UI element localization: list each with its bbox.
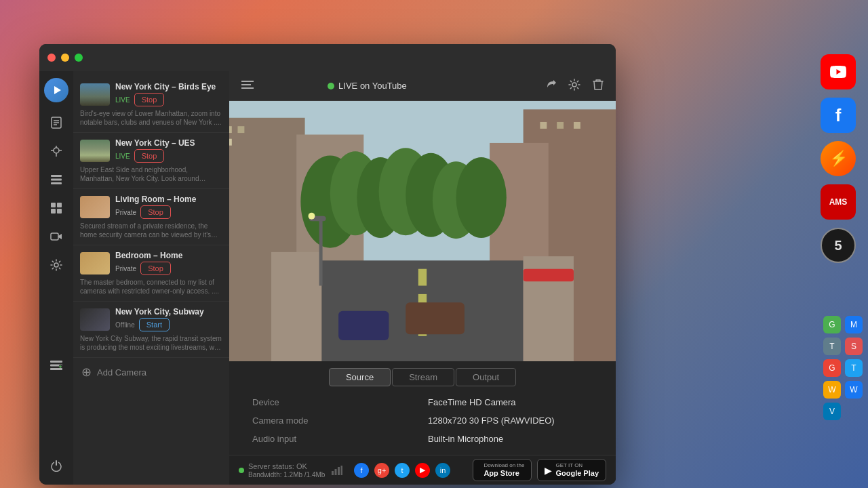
social-youtube-icon[interactable]: ▶ bbox=[415, 463, 430, 478]
sidebar bbox=[39, 71, 73, 485]
small-icon-5[interactable]: G bbox=[823, 359, 841, 377]
camera-item-subway[interactable]: New York City, Subway Offline Start New … bbox=[73, 302, 229, 358]
camera-item-living-room[interactable]: Living Room – Home Private Stop Secured … bbox=[73, 189, 229, 245]
small-icon-1[interactable]: G bbox=[823, 316, 841, 333]
close-button[interactable] bbox=[47, 54, 56, 62]
desktop-icons-panel: f ⚡ AMS 5 bbox=[821, 54, 856, 263]
sidebar-item-list[interactable] bbox=[44, 167, 68, 192]
camera-status: Private bbox=[115, 208, 136, 217]
tab-stream[interactable]: Stream bbox=[392, 368, 454, 386]
sidebar-item-video[interactable] bbox=[44, 224, 68, 249]
svg-rect-17 bbox=[51, 233, 58, 240]
social-facebook-icon[interactable]: f bbox=[354, 463, 369, 478]
live-label: LIVE on YouTube bbox=[338, 81, 407, 91]
small-icon-4[interactable]: S bbox=[845, 338, 863, 355]
social-linkedin-icon[interactable]: in bbox=[435, 463, 450, 478]
camera-status-row: Private Stop bbox=[115, 262, 222, 275]
camera-name: Living Room – Home bbox=[115, 195, 222, 204]
camera-description: The master bedroom, connected to my list… bbox=[80, 278, 222, 296]
svg-rect-37 bbox=[237, 126, 244, 133]
facebook-desktop-icon[interactable]: f bbox=[821, 98, 856, 133]
google-play-icon: ▶ bbox=[545, 465, 552, 476]
svg-rect-36 bbox=[229, 126, 232, 133]
maximize-button[interactable] bbox=[75, 54, 83, 62]
camera-item-bedroom[interactable]: Bedroom – Home Private Stop The master b… bbox=[73, 245, 229, 302]
minimize-button[interactable] bbox=[61, 54, 69, 62]
appstore-badge[interactable]: Download on the App Store bbox=[473, 459, 532, 481]
camera-status: Offline bbox=[115, 321, 135, 329]
svg-rect-40 bbox=[540, 122, 547, 129]
small-icon-3[interactable]: T bbox=[823, 338, 841, 355]
sidebar-item-location[interactable] bbox=[44, 139, 68, 163]
app-logo-icon bbox=[44, 78, 68, 102]
svg-rect-20 bbox=[50, 361, 62, 363]
camera-start-button-5[interactable]: Start bbox=[139, 318, 170, 331]
five-desktop-icon[interactable]: 5 bbox=[821, 228, 856, 263]
server-status-label: Server status: OK bbox=[248, 462, 307, 470]
small-icon-6[interactable]: T bbox=[845, 359, 863, 377]
svg-rect-50 bbox=[271, 252, 321, 361]
camera-info: Living Room – Home Private Stop bbox=[115, 195, 222, 219]
camera-description: New York City Subway, the rapid transit … bbox=[80, 334, 222, 352]
audio-input-label: Audio input bbox=[252, 434, 417, 444]
camera-status-row: Private Stop bbox=[115, 205, 222, 219]
ams-icon-label: AMS bbox=[829, 197, 848, 207]
camera-item-nyc-birds[interactable]: New York City – Birds Eye LIVE Stop Bird… bbox=[73, 77, 229, 133]
sidebar-item-grid[interactable] bbox=[44, 196, 68, 220]
footer-stores: Download on the App Store ▶ GET IT ON Go… bbox=[473, 459, 606, 481]
ams-desktop-icon[interactable]: AMS bbox=[821, 184, 856, 220]
bandwidth-label: Bandwidth: 1.2Mb /1.4Mb bbox=[248, 471, 325, 479]
sidebar-item-settings[interactable] bbox=[44, 253, 68, 277]
camera-stop-button-4[interactable]: Stop bbox=[140, 262, 171, 275]
camera-info: New York City – Birds Eye LIVE Stop bbox=[115, 82, 222, 106]
camera-stop-button-1[interactable]: Stop bbox=[134, 93, 165, 106]
camera-info: New York City, Subway Offline Start bbox=[115, 307, 222, 331]
audio-input-value: Built-in Microphone bbox=[428, 434, 593, 444]
camera-stop-button-3[interactable]: Stop bbox=[140, 205, 171, 219]
camera-mode-label: Camera mode bbox=[252, 415, 417, 426]
sidebar-item-plus[interactable] bbox=[44, 353, 68, 378]
svg-rect-56 bbox=[406, 302, 465, 334]
camera-thumbnail bbox=[80, 196, 110, 218]
add-camera-button[interactable]: ⊕ Add Camera bbox=[73, 358, 229, 386]
googleplay-sub: GET IT ON bbox=[555, 462, 599, 469]
bottom-section: Source Stream Output Device FaceTime HD … bbox=[229, 361, 616, 455]
video-preview bbox=[229, 101, 616, 361]
camera-info: Bedroom – Home Private Stop bbox=[115, 251, 222, 275]
camera-mode-value: 868x488 30 FPS (RAWVIDEO) bbox=[428, 415, 593, 426]
device-value: FaceTime HD Camera bbox=[428, 397, 593, 407]
social-twitter-icon[interactable]: t bbox=[395, 463, 410, 478]
small-icon-7[interactable]: W bbox=[823, 381, 841, 399]
camera-description: Secured stream of a private residence, t… bbox=[80, 222, 222, 239]
googleplay-main: Google Play bbox=[555, 469, 599, 478]
thunderbolt-desktop-icon[interactable]: ⚡ bbox=[821, 141, 856, 176]
sidebar-item-power[interactable] bbox=[44, 453, 68, 478]
delete-button[interactable] bbox=[590, 76, 606, 96]
small-icon-8[interactable]: W bbox=[845, 381, 863, 399]
svg-rect-41 bbox=[557, 122, 564, 129]
svg-point-60 bbox=[309, 213, 315, 220]
menu-toggle-button[interactable] bbox=[239, 77, 256, 95]
share-button[interactable] bbox=[541, 76, 559, 96]
svg-rect-61 bbox=[524, 269, 574, 282]
camera-item-header: New York City – Birds Eye LIVE Stop bbox=[80, 82, 222, 106]
server-status: Server status: OK Bandwidth: 1.2Mb /1.4M… bbox=[239, 462, 342, 479]
social-googleplus-icon[interactable]: g+ bbox=[374, 463, 389, 478]
small-icon-9[interactable]: V bbox=[823, 403, 841, 420]
sidebar-logo[interactable] bbox=[44, 78, 68, 102]
youtube-desktop-icon[interactable] bbox=[821, 54, 856, 89]
camera-stop-button-2[interactable]: Stop bbox=[134, 149, 165, 163]
camera-item-header: Living Room – Home Private Stop bbox=[80, 195, 222, 219]
sidebar-item-bookmarks[interactable] bbox=[44, 110, 68, 135]
settings-button[interactable] bbox=[566, 76, 583, 96]
camera-info: New York City – UES LIVE Stop bbox=[115, 138, 222, 163]
tab-output[interactable]: Output bbox=[456, 368, 516, 386]
tab-source[interactable]: Source bbox=[329, 368, 391, 386]
svg-rect-63 bbox=[335, 469, 337, 475]
small-icon-2[interactable]: M bbox=[845, 316, 863, 333]
googleplay-badge[interactable]: ▶ GET IT ON Google Play bbox=[537, 459, 606, 481]
svg-rect-55 bbox=[338, 311, 389, 340]
video-background bbox=[229, 101, 616, 361]
svg-rect-42 bbox=[574, 122, 580, 129]
camera-item-nyc-ues[interactable]: New York City – UES LIVE Stop Upper East… bbox=[73, 133, 229, 189]
